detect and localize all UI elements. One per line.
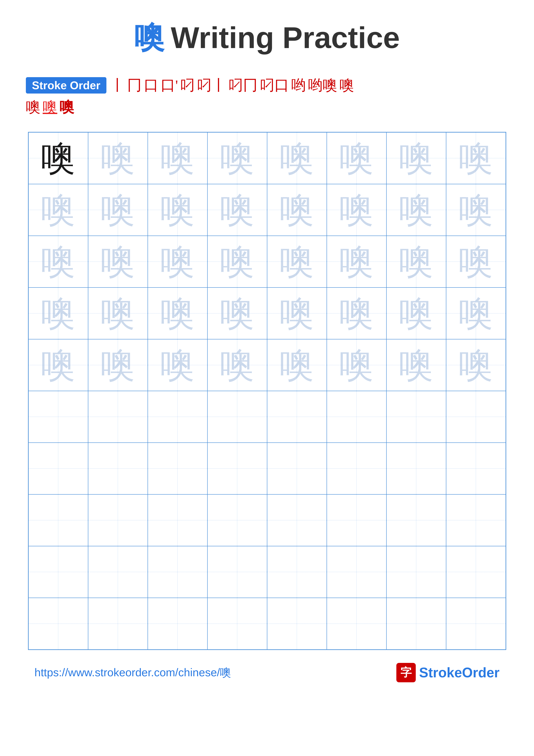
stroke-13: 噢: [43, 97, 57, 117]
grid-cell-r4-c5[interactable]: 噢: [267, 287, 327, 339]
grid-cell-r10-c8[interactable]: [446, 598, 506, 650]
grid-cell-r7-c3[interactable]: [148, 443, 207, 494]
grid-cell-r8-c6[interactable]: [327, 494, 387, 546]
grid-cell-r1-c2[interactable]: 噢: [88, 132, 148, 184]
grid-cell-r2-c1[interactable]: 噢: [28, 184, 88, 236]
grid-cell-r4-c2[interactable]: 噢: [88, 287, 148, 339]
grid-cell-r10-c3[interactable]: [148, 598, 207, 650]
grid-cell-r3-c2[interactable]: 噢: [88, 236, 148, 287]
grid-cell-r8-c3[interactable]: [148, 494, 207, 546]
grid-cell-r6-c8[interactable]: [446, 391, 506, 443]
grid-cell-r5-c3[interactable]: 噢: [148, 339, 207, 391]
stroke-1: 丨: [110, 75, 125, 95]
grid-cell-r8-c8[interactable]: [446, 494, 506, 546]
stroke-order-row2: 噢 噢 噢: [26, 97, 508, 117]
grid-cell-r4-c8[interactable]: 噢: [446, 287, 506, 339]
stroke-3: 口: [144, 75, 159, 95]
grid-cell-r9-c4[interactable]: [207, 546, 267, 598]
grid-cell-r3-c6[interactable]: 噢: [327, 236, 387, 287]
grid-cell-r8-c2[interactable]: [88, 494, 148, 546]
grid-cell-r5-c8[interactable]: 噢: [446, 339, 506, 391]
cell-char: 噢: [399, 193, 433, 227]
grid-cell-r6-c7[interactable]: [387, 391, 446, 443]
grid-cell-r9-c8[interactable]: [446, 546, 506, 598]
grid-cell-r2-c7[interactable]: 噢: [387, 184, 446, 236]
grid-cell-r9-c1[interactable]: [28, 546, 88, 598]
grid-cell-r10-c6[interactable]: [327, 598, 387, 650]
grid-cell-r2-c2[interactable]: 噢: [88, 184, 148, 236]
grid-cell-r3-c4[interactable]: 噢: [207, 236, 267, 287]
grid-cell-r10-c1[interactable]: [28, 598, 88, 650]
grid-cell-r2-c4[interactable]: 噢: [207, 184, 267, 236]
grid-cell-r5-c2[interactable]: 噢: [88, 339, 148, 391]
grid-cell-r6-c2[interactable]: [88, 391, 148, 443]
footer-url[interactable]: https://www.strokeorder.com/chinese/噢: [35, 665, 231, 680]
grid-cell-r7-c6[interactable]: [327, 443, 387, 494]
grid-cell-r7-c4[interactable]: [207, 443, 267, 494]
footer-logo-text: StrokeOrder: [419, 664, 499, 681]
grid-cell-r1-c4[interactable]: 噢: [207, 132, 267, 184]
grid-cell-r3-c7[interactable]: 噢: [387, 236, 446, 287]
grid-cell-r5-c5[interactable]: 噢: [267, 339, 327, 391]
cell-char: 噢: [160, 348, 195, 382]
grid-cell-r6-c6[interactable]: [327, 391, 387, 443]
title-chinese-char: 噢: [134, 17, 165, 58]
grid-cell-r8-c5[interactable]: [267, 494, 327, 546]
grid-cell-r6-c1[interactable]: [28, 391, 88, 443]
grid-cell-r3-c1[interactable]: 噢: [28, 236, 88, 287]
grid-cell-r4-c1[interactable]: 噢: [28, 287, 88, 339]
cell-char: 噢: [280, 193, 314, 227]
grid-cell-r6-c3[interactable]: [148, 391, 207, 443]
grid-cell-r1-c6[interactable]: 噢: [327, 132, 387, 184]
writing-grid: 噢 噢 噢 噢 噢 噢 噢 噢 噢 噢 噢: [28, 132, 506, 650]
grid-cell-r7-c2[interactable]: [88, 443, 148, 494]
grid-cell-r4-c7[interactable]: 噢: [387, 287, 446, 339]
grid-cell-r3-c8[interactable]: 噢: [446, 236, 506, 287]
grid-cell-r4-c3[interactable]: 噢: [148, 287, 207, 339]
grid-cell-r9-c5[interactable]: [267, 546, 327, 598]
grid-cell-r1-c1[interactable]: 噢: [28, 132, 88, 184]
stroke-4: 口': [161, 75, 178, 95]
grid-cell-r10-c2[interactable]: [88, 598, 148, 650]
grid-cell-r1-c3[interactable]: 噢: [148, 132, 207, 184]
grid-cell-r5-c7[interactable]: 噢: [387, 339, 446, 391]
grid-cell-r8-c1[interactable]: [28, 494, 88, 546]
grid-cell-r2-c3[interactable]: 噢: [148, 184, 207, 236]
grid-cell-r1-c8[interactable]: 噢: [446, 132, 506, 184]
grid-cell-r9-c6[interactable]: [327, 546, 387, 598]
cell-char: 噢: [101, 244, 135, 279]
cell-char: 噢: [459, 244, 493, 279]
grid-cell-r3-c5[interactable]: 噢: [267, 236, 327, 287]
grid-cell-r9-c2[interactable]: [88, 546, 148, 598]
grid-cell-r6-c5[interactable]: [267, 391, 327, 443]
grid-cell-r7-c7[interactable]: [387, 443, 446, 494]
grid-cell-r5-c1[interactable]: 噢: [28, 339, 88, 391]
grid-cell-r1-c7[interactable]: 噢: [387, 132, 446, 184]
grid-cell-r3-c3[interactable]: 噢: [148, 236, 207, 287]
grid-cell-r10-c5[interactable]: [267, 598, 327, 650]
grid-cell-r2-c8[interactable]: 噢: [446, 184, 506, 236]
grid-cell-r9-c3[interactable]: [148, 546, 207, 598]
grid-cell-r2-c5[interactable]: 噢: [267, 184, 327, 236]
cell-char: 噢: [280, 141, 314, 176]
grid-cell-r7-c8[interactable]: [446, 443, 506, 494]
grid-cell-r5-c6[interactable]: 噢: [327, 339, 387, 391]
grid-cell-r5-c4[interactable]: 噢: [207, 339, 267, 391]
grid-cell-r9-c7[interactable]: [387, 546, 446, 598]
stroke-5: 叼: [180, 75, 195, 95]
grid-cell-r8-c7[interactable]: [387, 494, 446, 546]
grid-cell-r7-c1[interactable]: [28, 443, 88, 494]
grid-cell-r2-c6[interactable]: 噢: [327, 184, 387, 236]
grid-cell-r1-c5[interactable]: 噢: [267, 132, 327, 184]
grid-cell-r10-c4[interactable]: [207, 598, 267, 650]
cell-char: 噢: [41, 296, 75, 331]
grid-cell-r6-c4[interactable]: [207, 391, 267, 443]
grid-cell-r10-c7[interactable]: [387, 598, 446, 650]
cell-char: 噢: [339, 244, 374, 279]
stroke-7: 叼冂: [228, 75, 258, 95]
grid-cell-r4-c6[interactable]: 噢: [327, 287, 387, 339]
grid-cell-r7-c5[interactable]: [267, 443, 327, 494]
grid-cell-r4-c4[interactable]: 噢: [207, 287, 267, 339]
cell-char: 噢: [41, 348, 75, 382]
grid-cell-r8-c4[interactable]: [207, 494, 267, 546]
